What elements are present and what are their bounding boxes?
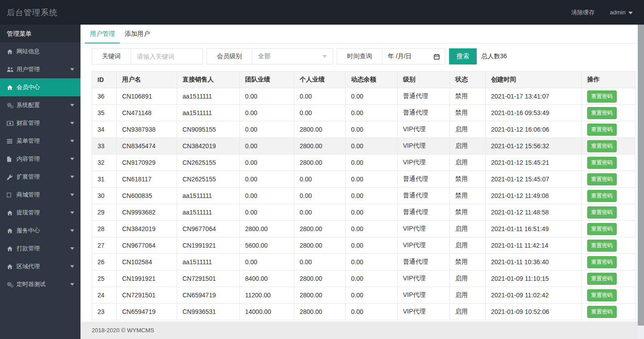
sidebar-item-member-center[interactable]: 会员中心 (0, 78, 80, 96)
cell-level: VIP代理 (398, 287, 450, 304)
reset-password-button[interactable]: 重置密码 (587, 273, 617, 285)
cell-created: 2021-01-09 11:02:42 (486, 287, 582, 304)
cell-personal: 0.00 (294, 254, 346, 270)
sidebar-item-user-management[interactable]: 用户管理 (0, 60, 80, 78)
sidebar-item-site-info[interactable]: 网站信息 (0, 43, 80, 60)
search-button[interactable]: 搜索 (449, 48, 477, 64)
reset-password-button[interactable]: 重置密码 (587, 107, 617, 119)
table-row: 33CN8345474CN38420190.002800.000.00VIP代理… (92, 138, 636, 154)
reset-password-button[interactable]: 重置密码 (587, 190, 617, 202)
cell-username: CN106891 (117, 88, 177, 105)
cell-id: 31 (92, 171, 117, 188)
cell-created: 2021-01-16 09:53:49 (486, 105, 582, 121)
cell-status: 启用 (450, 287, 486, 304)
cell-seller: CN6594719 (177, 287, 240, 304)
cell-username: CN9387938 (117, 121, 177, 138)
cell-id: 23 (92, 304, 117, 320)
reset-password-button[interactable]: 重置密码 (587, 306, 617, 318)
cell-id: 35 (92, 105, 117, 121)
navbar-right: 清除缓存 admin (572, 9, 633, 17)
cell-personal: 2800.00 (294, 270, 346, 287)
reset-password-button[interactable]: 重置密码 (587, 256, 617, 268)
caret-down-icon (70, 68, 74, 71)
home-icon (7, 246, 17, 252)
calendar-icon[interactable] (434, 54, 440, 60)
reset-password-button[interactable]: 重置密码 (587, 223, 617, 235)
sidebar-item-system-config[interactable]: 系统配置 (0, 96, 80, 114)
date-input[interactable]: 年 /月/日 (382, 49, 445, 64)
sidebar-item-content-management[interactable]: 内容管理 (0, 150, 80, 168)
cell-balance: 0.00 (346, 188, 398, 204)
cell-balance: 0.00 (346, 304, 398, 320)
column-header: 动态余额 (346, 72, 398, 88)
sidebar-item-label: 用户管理 (17, 65, 70, 73)
caret-down-icon (70, 158, 74, 160)
sidebar-item-menu-management[interactable]: 菜单管理 (0, 132, 80, 150)
level-filter-group: 会员级别 全部 (207, 48, 333, 64)
cell-id: 34 (92, 121, 117, 138)
sidebar-item-regional-agent[interactable]: 区域代理 (0, 257, 80, 275)
home-icon (7, 85, 17, 90)
cell-actions: 重置密码 (582, 88, 636, 105)
sidebar-item-label: 内容管理 (17, 155, 70, 163)
cell-team: 14000.00 (240, 304, 294, 320)
cell-personal: 2800.00 (294, 304, 346, 320)
level-select-value: 全部 (258, 52, 271, 60)
table-header-row: ID用户名直接销售人团队业绩个人业绩动态余额级别状态创建时间操作 (92, 72, 636, 88)
sidebar-item-service-center[interactable]: 服务中心 (0, 222, 80, 240)
user-menu[interactable]: admin (610, 9, 633, 16)
sidebar-item-wealth-management[interactable]: 财富管理 (0, 114, 80, 132)
mall-icon (7, 192, 17, 198)
cell-seller: CN9095155 (177, 121, 240, 138)
cell-actions: 重置密码 (582, 188, 636, 204)
sidebar-item-payment-management[interactable]: 打款管理 (0, 240, 80, 257)
reset-password-button[interactable]: 重置密码 (587, 240, 617, 252)
sidebar-item-label: 网站信息 (17, 47, 74, 56)
table-row: 24CN7291501CN659471911200.002800.000.00V… (92, 287, 636, 304)
tab-user-management[interactable]: 用户管理 (85, 25, 120, 43)
cell-username: CN102584 (117, 254, 177, 270)
reset-password-button[interactable]: 重置密码 (587, 173, 617, 185)
reset-password-button[interactable]: 重置密码 (587, 206, 617, 219)
cell-seller: aa1511111 (177, 105, 240, 121)
cell-created: 2021-01-09 10:52:06 (486, 304, 582, 320)
cell-personal: 0.00 (294, 105, 346, 121)
column-header: 操作 (582, 72, 636, 88)
reset-password-button[interactable]: 重置密码 (587, 124, 617, 136)
file-icon (7, 156, 17, 162)
sidebar-item-withdraw-management[interactable]: 提现管理 (0, 204, 80, 222)
cell-status: 禁用 (450, 88, 486, 105)
vertical-scrollbar[interactable] (638, 25, 644, 339)
sidebar-item-mall-management[interactable]: 商城管理 (0, 186, 80, 204)
reset-password-button[interactable]: 重置密码 (587, 289, 617, 301)
keyword-input[interactable] (131, 49, 203, 64)
main-content: 用户管理添加用户 关键词 会员级别 全部 时间查询 年 /月/日 搜索 (80, 25, 638, 322)
cell-status: 启用 (450, 304, 486, 320)
cell-balance: 0.00 (346, 138, 398, 154)
level-select[interactable]: 全部 (252, 49, 333, 64)
cell-id: 30 (92, 188, 117, 204)
tab-bar: 用户管理添加用户 (80, 25, 638, 43)
cell-personal: 2800.00 (294, 121, 346, 138)
reset-password-button[interactable]: 重置密码 (587, 140, 617, 152)
column-header: 用户名 (117, 72, 177, 88)
reset-password-button[interactable]: 重置密码 (587, 157, 617, 169)
cell-level: VIP代理 (398, 270, 450, 287)
cell-team: 0.00 (240, 154, 294, 171)
user-table: ID用户名直接销售人团队业绩个人业绩动态余额级别状态创建时间操作 36CN106… (92, 71, 636, 320)
clear-cache-link[interactable]: 清除缓存 (572, 9, 595, 17)
scrollbar-thumb[interactable] (638, 25, 644, 326)
cell-id: 28 (92, 221, 117, 237)
sidebar-item-timer-test[interactable]: 定时器测试 (0, 275, 80, 293)
cell-username: CN8345474 (117, 138, 177, 154)
reset-password-button[interactable]: 重置密码 (587, 90, 617, 103)
table-row: 32CN9170929CN26251550.002800.000.00VIP代理… (92, 154, 636, 171)
cell-team: 0.00 (240, 204, 294, 221)
cell-balance: 0.00 (346, 171, 398, 188)
tab-add-user[interactable]: 添加用户 (120, 25, 155, 43)
cell-seller: CN2625155 (177, 154, 240, 171)
sidebar-item-label: 提现管理 (17, 209, 70, 217)
sidebar-item-extension-management[interactable]: 扩展管理 (0, 168, 80, 186)
home-icon (7, 49, 17, 55)
user-table-wrap: ID用户名直接销售人团队业绩个人业绩动态余额级别状态创建时间操作 36CN106… (92, 71, 638, 320)
